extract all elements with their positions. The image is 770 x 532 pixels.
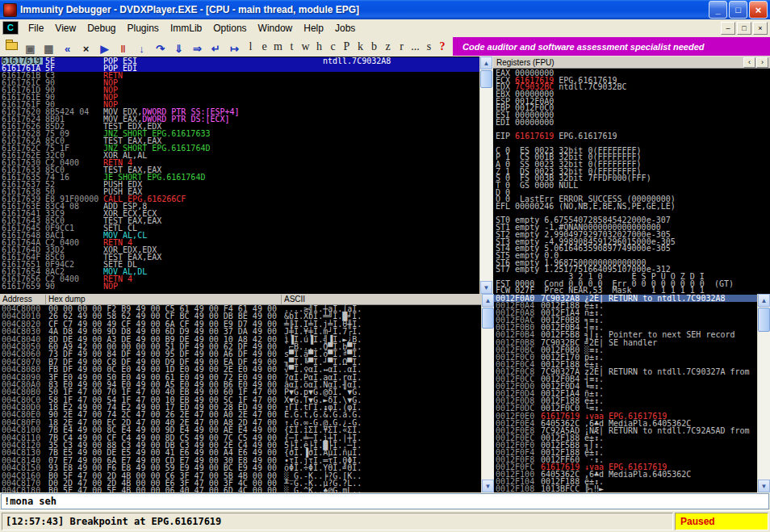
- toolbar-letter-P[interactable]: P: [340, 39, 354, 55]
- disasm-row[interactable]: 6161761BC3RETN: [0, 72, 479, 79]
- toolbar-letter-c[interactable]: c: [326, 39, 340, 55]
- pause-icon[interactable]: ‖: [115, 40, 132, 57]
- registers-scroll-left-button[interactable]: ‹: [743, 57, 755, 68]
- register-line[interactable]: EFL 00000246 (NO,NB,E,BE,NS,PE,GE,LE): [496, 203, 770, 211]
- disasm-row[interactable]: 6161763385C0TEST EAX,EAX: [0, 166, 479, 174]
- dump-row[interactable]: 004C8180B0 5F 47 00 5E 4B 00 00 06 40 47…: [0, 487, 481, 492]
- scroll-up-arrow[interactable]: ▲: [758, 294, 770, 307]
- help-button[interactable]: ?: [436, 40, 449, 53]
- toolbar-letter-e[interactable]: e: [257, 39, 271, 55]
- close-program-icon[interactable]: ×: [77, 40, 94, 57]
- open-file-icon[interactable]: [3, 36, 20, 52]
- step-over-icon[interactable]: ↷: [152, 40, 169, 57]
- disasm-row[interactable]: 6161764D33D2XOR EDX,EDX: [0, 246, 479, 253]
- job-banner[interactable]: Code auditor and software assessment spe…: [453, 37, 770, 56]
- register-line[interactable]: T 0 GS 0000 NULL: [496, 182, 770, 190]
- scroll-down-arrow[interactable]: ▼: [480, 281, 492, 294]
- disasm-row[interactable]: 6161764133C9XOR ECX,ECX: [0, 210, 479, 217]
- scroll-thumb[interactable]: [758, 308, 770, 332]
- menu-window[interactable]: Window: [253, 21, 299, 36]
- mdi-restore-button[interactable]: □: [737, 22, 751, 35]
- disasm-row[interactable]: 6161765990NOP: [0, 283, 479, 290]
- register-line[interactable]: EIP 61617619 EPG.61617619: [496, 133, 770, 140]
- execute-till-return-icon[interactable]: ↵: [207, 40, 224, 57]
- disasm-row[interactable]: 616176195EPOP ESIntdll.7C9032A8: [0, 57, 479, 65]
- restart-icon[interactable]: «: [59, 40, 76, 57]
- minimize-button[interactable]: _: [709, 1, 727, 19]
- registers-scroll-right-button[interactable]: ›: [756, 57, 768, 68]
- disassembly-pane[interactable]: 616176195EPOP ESIntdll.7C9032A86161761A5…: [0, 57, 479, 294]
- disasm-row[interactable]: 6161761D90NOP: [0, 86, 479, 94]
- disasm-row[interactable]: 61617630C2 0400RETN 4: [0, 159, 479, 166]
- windows-icon[interactable]: ▦: [40, 40, 57, 57]
- toolbar-letter-b[interactable]: b: [367, 39, 381, 55]
- menu-options[interactable]: Options: [207, 21, 252, 36]
- toolbar-letter-m[interactable]: m: [271, 39, 285, 55]
- disasm-row[interactable]: 6161762A85C0TEST EAX,EAX: [0, 137, 479, 145]
- mdi-close-button[interactable]: ×: [753, 22, 768, 35]
- disasm-row[interactable]: 6161761C90NOP: [0, 79, 479, 86]
- scroll-thumb[interactable]: [480, 70, 492, 88]
- disasm-row[interactable]: 6161763E83C4 08ADD ESP,8: [0, 203, 479, 210]
- disasm-row[interactable]: 6161762875 09JNZ SHORT EPG.61617633: [0, 130, 479, 137]
- scroll-thumb[interactable]: [482, 308, 494, 329]
- disasm-row[interactable]: 6161762685D2TEST EDX,EDX: [0, 123, 479, 130]
- stack-scrollbar[interactable]: ▲ ▼: [757, 294, 770, 492]
- menu-plugins[interactable]: Plugins: [122, 21, 165, 36]
- toolbar-letter-h[interactable]: h: [312, 39, 326, 55]
- cpu-window-icon[interactable]: C: [2, 21, 19, 35]
- scroll-up-arrow[interactable]: ▲: [482, 294, 494, 307]
- disasm-row[interactable]: 6161764AC2 0400RETN 4: [0, 239, 479, 246]
- disasm-row[interactable]: 6161762C75 1FJNZ SHORT EPG.6161764D: [0, 145, 479, 152]
- disasm-row[interactable]: 6161761E90NOP: [0, 94, 479, 101]
- restore-button[interactable]: □: [729, 1, 747, 19]
- animate-into-icon[interactable]: ⇓: [170, 40, 187, 57]
- menu-debug[interactable]: Debug: [82, 21, 121, 36]
- disasm-address: 61617659: [2, 283, 40, 290]
- mdi-minimize-button[interactable]: –: [721, 22, 735, 35]
- disasm-row[interactable]: 6161763752PUSH EDX: [0, 181, 479, 188]
- toolbar-letter-s[interactable]: s: [422, 39, 436, 55]
- menu-immlib[interactable]: ImmLib: [165, 21, 207, 36]
- toolbar-letter-k[interactable]: k: [354, 39, 367, 55]
- command-input[interactable]: [1, 493, 769, 509]
- disasm-row[interactable]: 616176248B01MOV EAX,DWORD PTR DS:[ECX]: [0, 115, 479, 123]
- toolbar-letter-t[interactable]: t: [285, 39, 299, 55]
- run-icon[interactable]: ▶: [96, 40, 113, 57]
- attach-icon[interactable]: ▣: [22, 40, 39, 57]
- toolbar-letter-dots[interactable]: ...: [408, 39, 422, 55]
- scroll-up-arrow[interactable]: ▲: [480, 57, 492, 69]
- mdi-window-controls: –□×: [719, 22, 770, 35]
- disasm-row[interactable]: 6161763574 16JE SHORT EPG.6161764D: [0, 174, 479, 181]
- scroll-down-arrow[interactable]: ▼: [758, 480, 770, 492]
- toolbar-letter-r[interactable]: r: [395, 39, 408, 55]
- execute-till-user-icon[interactable]: ↦: [226, 40, 243, 57]
- status-bar: [12:57:43] Breakpoint at EPG.61617619 Pa…: [0, 510, 770, 532]
- toolbar-letter-l[interactable]: l: [244, 39, 257, 55]
- menu-file[interactable]: File: [23, 21, 49, 36]
- dump-scrollbar[interactable]: ▲ ▼: [481, 294, 494, 492]
- toolbar-letter-z[interactable]: z: [381, 39, 395, 55]
- stack-row[interactable]: 0012F1081013BFCC╠┐‼►: [494, 485, 757, 492]
- animate-over-icon[interactable]: ⇒: [189, 40, 206, 57]
- register-line[interactable]: EDI 00000000: [496, 119, 770, 127]
- disasm-row[interactable]: 616176208B5424 04MOV EDX,DWORD PTR SS:[E…: [0, 108, 479, 115]
- disasm-row[interactable]: 616176510F94C2SETE DL: [0, 261, 479, 268]
- step-into-icon[interactable]: ↓: [133, 40, 150, 57]
- menu-view[interactable]: View: [49, 21, 82, 36]
- title-bar: Immunity Debugger - DVDXPlayer.EXE - [CP…: [0, 0, 770, 19]
- disasm-row[interactable]: 616176450F9CC1SETL CL: [0, 224, 479, 232]
- menu-help[interactable]: Help: [298, 21, 329, 36]
- menu-jobs[interactable]: Jobs: [329, 21, 361, 36]
- stack-pane[interactable]: 0012F0A07C9032A8¿2É|RETURN to ntdll.7C90…: [494, 294, 757, 492]
- toolbar-letter-w[interactable]: w: [299, 39, 312, 55]
- stack-comment: RETURN to ntdll.7C92A5AD from: [609, 427, 750, 434]
- disasm-row[interactable]: 6161761A5FPOP EDI: [0, 65, 479, 72]
- close-button[interactable]: ×: [749, 1, 768, 19]
- disasm-row[interactable]: 61617656C2 0400RETN 4: [0, 275, 479, 283]
- memory-dump-pane[interactable]: Address Hex dump ASCII 004C800000 00 00 …: [0, 294, 481, 492]
- scroll-down-arrow[interactable]: ▼: [482, 480, 494, 492]
- register-line[interactable]: FCW 027F Prec NEAR,53 Mask 1 1 1 1 1 1: [496, 287, 770, 294]
- registers-pane[interactable]: Registers (FPU) ‹ › EAX 00000000ECX 6161…: [493, 57, 770, 294]
- disassembly-scrollbar[interactable]: ▲ ▼: [479, 57, 492, 294]
